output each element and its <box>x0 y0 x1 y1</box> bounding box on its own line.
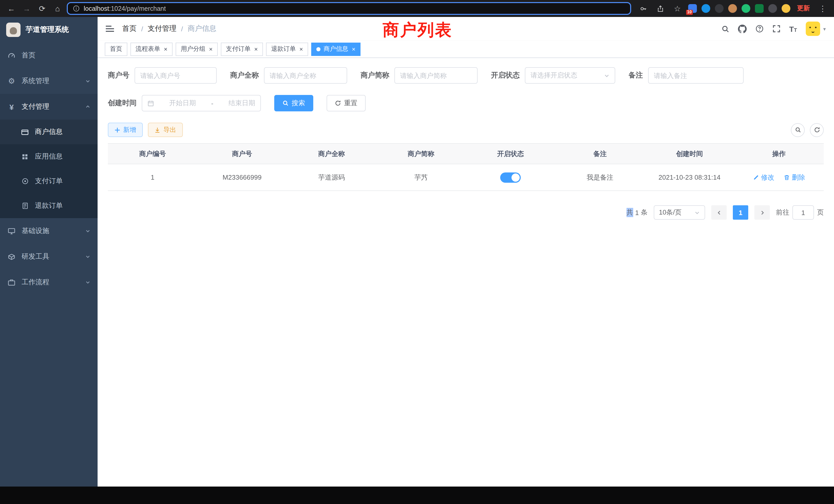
sidebar-toggle-icon[interactable] <box>106 26 114 32</box>
tab-label: 退款订单 <box>271 45 296 53</box>
page-info-icon[interactable] <box>73 5 80 12</box>
browser-menu-icon[interactable]: ⋮ <box>816 2 829 15</box>
total-count: 1 <box>635 209 639 216</box>
filter-label: 备注 <box>629 71 643 80</box>
chevron-down-icon <box>85 228 90 233</box>
page-annotation: 商户列表 <box>382 19 453 42</box>
breadcrumb-payment[interactable]: 支付管理 <box>148 24 176 33</box>
extension-badge: 10 <box>686 10 693 15</box>
edit-link[interactable]: 修改 <box>753 173 774 182</box>
font-size-icon[interactable]: TT <box>789 25 797 32</box>
search-button[interactable]: 搜索 <box>274 95 313 111</box>
extension-icon-drop[interactable] <box>702 4 710 13</box>
prev-page-button[interactable] <box>711 205 727 220</box>
tab-home[interactable]: 首页 <box>105 42 127 56</box>
app-logo[interactable]: 芋道管理系统 <box>0 17 97 43</box>
extension-icon-pin[interactable] <box>768 4 777 13</box>
page-content: 商户号 商户全称 商户简称 <box>97 58 834 486</box>
sidebar-item-home[interactable]: 首页 <box>0 43 97 68</box>
remark-input-field[interactable] <box>654 72 738 79</box>
sidebar-item-payment[interactable]: ¥ 支付管理 <box>0 94 97 120</box>
delete-link[interactable]: 删除 <box>784 173 805 182</box>
merchant-no-input[interactable] <box>135 67 217 84</box>
chevron-down-icon <box>85 254 90 259</box>
add-button[interactable]: 新增 <box>108 123 143 137</box>
merchant-short-input-field[interactable] <box>400 72 472 79</box>
sidebar-item-devtools[interactable]: 研发工具 <box>0 244 97 270</box>
browser-forward-icon[interactable]: → <box>21 2 33 15</box>
extension-icon-dark[interactable] <box>715 4 724 13</box>
goto-page-input[interactable] <box>792 205 814 220</box>
close-icon[interactable]: × <box>164 46 168 52</box>
add-button-label: 新增 <box>123 125 136 134</box>
sidebar-item-system[interactable]: ⚙ 系统管理 <box>0 68 97 94</box>
sidebar-item-refund-order[interactable]: 退款订单 <box>0 193 97 218</box>
cell-short-name: 芋艿 <box>376 164 466 191</box>
merchant-no-input-field[interactable] <box>140 72 211 79</box>
date-range-picker[interactable]: 开始日期 - 结束日期 <box>142 95 261 111</box>
fullscreen-icon[interactable] <box>772 25 780 33</box>
extension-icon-tabs[interactable]: 10 <box>688 4 697 13</box>
status-select[interactable]: 请选择开启状态 <box>525 67 615 84</box>
address-bar[interactable]: localhost:1024/pay/merchant <box>67 2 631 15</box>
merchant-name-input[interactable] <box>264 67 347 84</box>
password-key-icon[interactable] <box>637 2 650 15</box>
browser-back-icon[interactable]: ← <box>5 2 18 15</box>
page-number-1[interactable]: 1 <box>733 205 748 220</box>
filter-label: 商户号 <box>108 71 129 80</box>
page-unit: 页 <box>817 208 824 217</box>
cell-actions: 修改 删除 <box>734 164 824 191</box>
chevron-down-icon <box>694 210 700 215</box>
bookmark-star-icon[interactable]: ☆ <box>671 2 683 15</box>
user-menu[interactable]: ▾ <box>806 22 826 36</box>
tab-refund-order[interactable]: 退款订单 × <box>266 42 308 56</box>
search-icon[interactable] <box>721 25 729 32</box>
extension-icon-avatar[interactable] <box>728 4 737 13</box>
toggle-search-button[interactable] <box>791 123 805 137</box>
sidebar-item-pay-order[interactable]: 支付订单 <box>0 169 97 193</box>
sidebar-item-label: 首页 <box>22 51 36 60</box>
close-icon[interactable]: × <box>209 46 213 52</box>
col-full-name: 商户全称 <box>287 143 376 164</box>
reset-button[interactable]: 重置 <box>327 95 366 111</box>
tab-process-form[interactable]: 流程表单 × <box>130 42 173 56</box>
remark-input[interactable] <box>648 67 744 84</box>
breadcrumb-home[interactable]: 首页 <box>122 24 137 33</box>
close-icon[interactable]: × <box>300 46 303 52</box>
close-icon[interactable]: × <box>352 46 355 52</box>
export-button[interactable]: 导出 <box>148 123 183 137</box>
sidebar-item-merchant-info[interactable]: 商户信息 <box>0 120 97 144</box>
chevron-up-icon <box>85 104 90 109</box>
table-header-row: 商户编号 商户号 商户全称 商户简称 开启状态 备注 创建时间 操作 <box>108 143 824 164</box>
merchant-short-input[interactable] <box>394 67 478 84</box>
tab-label: 支付订单 <box>226 45 250 53</box>
logo-avatar <box>6 23 21 37</box>
browser-update-button[interactable]: 更新 <box>795 4 812 13</box>
tab-user-group[interactable]: 用户分组 × <box>176 42 218 56</box>
share-icon[interactable] <box>654 2 666 15</box>
edit-link-label: 修改 <box>761 173 774 182</box>
extension-icon-sheet[interactable] <box>755 4 764 13</box>
filter-merchant-short: 商户简称 <box>360 67 478 84</box>
screen: ← → ⟳ ⌂ localhost:1024/pay/merchant ☆ 10 <box>0 0 834 504</box>
status-toggle[interactable] <box>500 172 521 182</box>
refresh-table-button[interactable] <box>810 123 824 137</box>
page-size-select[interactable]: 10条/页 <box>654 205 705 220</box>
browser-home-icon[interactable]: ⌂ <box>51 2 64 15</box>
caret-down-icon: ▾ <box>823 26 826 31</box>
extension-icon-emoji[interactable] <box>782 4 790 13</box>
help-icon[interactable] <box>755 25 763 33</box>
tab-pay-order[interactable]: 支付订单 × <box>221 42 263 56</box>
next-page-button[interactable] <box>754 205 770 220</box>
sidebar-item-app-info[interactable]: 应用信息 <box>0 144 97 169</box>
extension-icon-check[interactable] <box>742 4 750 13</box>
sidebar-item-workflow[interactable]: 工作流程 <box>0 270 97 295</box>
toolbox-icon <box>7 253 16 260</box>
cell-merchant-id: 1 <box>108 164 197 191</box>
tab-merchant-info[interactable]: 商户信息 × <box>311 42 360 56</box>
sidebar-item-infrastructure[interactable]: 基础设施 <box>0 218 97 244</box>
github-icon[interactable] <box>738 24 746 33</box>
merchant-name-input-field[interactable] <box>270 72 342 79</box>
browser-reload-icon[interactable]: ⟳ <box>36 2 48 15</box>
close-icon[interactable]: × <box>254 46 258 52</box>
